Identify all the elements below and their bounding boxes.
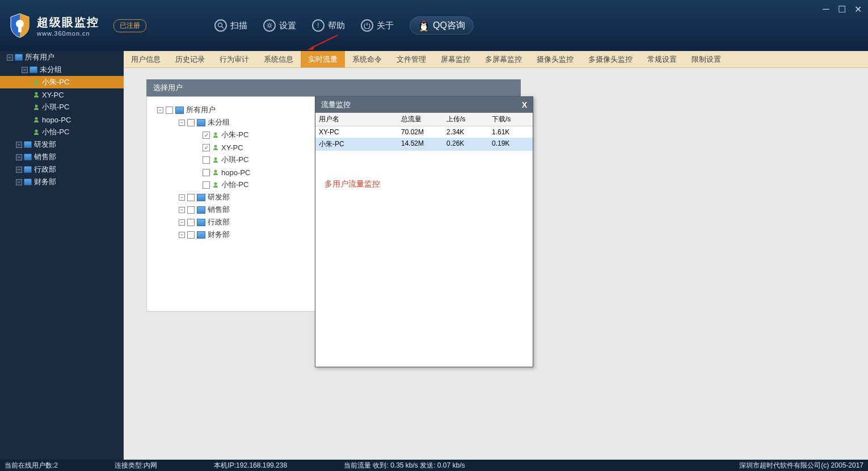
- sidebar-root[interactable]: − 所有用户: [0, 51, 124, 63]
- sidebar-user-label: XY-PC: [42, 91, 64, 99]
- checkbox[interactable]: [166, 107, 173, 114]
- svg-rect-1: [18, 27, 22, 32]
- checkbox[interactable]: ✓: [203, 131, 210, 139]
- sidebar-user-item[interactable]: hopo-PC: [0, 113, 124, 126]
- table-row[interactable]: 小朱-PC14.52M0.26K0.19K: [315, 138, 533, 151]
- tab-item[interactable]: 系统信息: [256, 51, 301, 67]
- tab-item[interactable]: 常规设置: [640, 51, 684, 67]
- cell-user: 小朱-PC: [315, 138, 398, 151]
- sidebar-dept-label: 销售部: [34, 152, 56, 162]
- checkbox[interactable]: [203, 181, 210, 189]
- help-button[interactable]: ! 帮助: [312, 19, 345, 32]
- collapse-icon[interactable]: −: [179, 120, 185, 126]
- user-icon: [33, 104, 40, 111]
- monitor-icon: [15, 54, 23, 61]
- sidebar-ungrouped[interactable]: − 未分组: [0, 63, 124, 76]
- tab-item[interactable]: 实时流量: [301, 51, 345, 67]
- expand-icon[interactable]: −: [16, 154, 22, 160]
- monitor-icon: [30, 66, 37, 73]
- tree-dept-label: 行政部: [208, 217, 230, 227]
- tabbar: 用户信息历史记录行为审计系统信息实时流量系统命令文件管理屏幕监控多屏幕监控摄像头…: [124, 51, 868, 68]
- checkbox[interactable]: [187, 206, 195, 214]
- exclaim-icon: !: [312, 19, 325, 32]
- tab-item[interactable]: 行为审计: [212, 51, 256, 67]
- sidebar-dept-item[interactable]: −财务部: [0, 176, 124, 188]
- tab-item[interactable]: 历史记录: [168, 51, 212, 67]
- svg-point-17: [35, 92, 38, 95]
- about-button[interactable]: 关于: [361, 19, 394, 32]
- tab-item[interactable]: 屏幕监控: [433, 51, 478, 67]
- col-download[interactable]: 下载/s: [488, 113, 533, 126]
- sidebar-user-item[interactable]: 小怡-PC: [0, 126, 124, 138]
- monitor-icon: [175, 107, 184, 114]
- help-label: 帮助: [328, 20, 345, 31]
- col-upload[interactable]: 上传/s: [443, 113, 488, 126]
- svg-point-23: [214, 158, 217, 160]
- status-conn: 连接类型:内网: [115, 461, 157, 470]
- app-name-en: www.360mon.cn: [37, 30, 99, 37]
- dialog-close-button[interactable]: X: [522, 100, 527, 109]
- svg-line-14: [311, 35, 338, 48]
- table-row[interactable]: XY-PC70.02M2.34K1.61K: [315, 126, 533, 138]
- maximize-button[interactable]: ☐: [837, 5, 846, 14]
- settings-button[interactable]: 设置: [263, 19, 296, 32]
- tree-root-label: 所有用户: [186, 105, 216, 115]
- tab-item[interactable]: 用户信息: [124, 51, 168, 67]
- checkbox[interactable]: [187, 194, 195, 201]
- tab-item[interactable]: 多摄像头监控: [581, 51, 640, 67]
- tab-item[interactable]: 多屏幕监控: [478, 51, 529, 67]
- svg-point-18: [35, 105, 38, 108]
- cell-download: 1.61K: [488, 126, 533, 138]
- sidebar-user-item[interactable]: 小琪-PC: [0, 101, 124, 113]
- monitor-icon: [24, 179, 32, 185]
- tab-item[interactable]: 系统命令: [345, 51, 389, 67]
- user-icon: [212, 156, 219, 163]
- scan-button[interactable]: 扫描: [214, 19, 247, 32]
- sidebar-user-item[interactable]: 小朱-PC: [0, 76, 124, 88]
- checkbox[interactable]: [187, 119, 195, 126]
- monitor-icon: [197, 119, 205, 126]
- sidebar-dept-item[interactable]: −行政部: [0, 163, 124, 176]
- collapse-icon[interactable]: −: [22, 67, 28, 73]
- tree-user-label: 小怡-PC: [221, 180, 248, 190]
- qq-consult-button[interactable]: QQ咨询: [410, 16, 474, 35]
- sidebar-user-item[interactable]: XY-PC: [0, 88, 124, 101]
- tree-user-label: 小琪-PC: [221, 155, 248, 165]
- svg-point-24: [214, 170, 217, 173]
- tab-item[interactable]: 限制设置: [684, 51, 728, 67]
- checkbox[interactable]: ✓: [203, 144, 210, 151]
- expand-icon[interactable]: −: [179, 207, 185, 213]
- checkbox[interactable]: [203, 169, 210, 176]
- user-icon: [212, 131, 219, 138]
- tab-item[interactable]: 摄像头监控: [529, 51, 581, 67]
- checkbox[interactable]: [203, 156, 210, 164]
- svg-point-12: [420, 30, 423, 31]
- minimize-button[interactable]: ─: [821, 5, 831, 14]
- expand-icon[interactable]: −: [179, 219, 185, 226]
- svg-marker-15: [307, 45, 314, 50]
- expand-icon[interactable]: −: [16, 179, 22, 185]
- sidebar-dept-item[interactable]: −研发部: [0, 138, 124, 151]
- sidebar-dept-item[interactable]: −销售部: [0, 151, 124, 163]
- registration-badge: 已注册: [113, 19, 146, 32]
- expand-icon[interactable]: −: [179, 194, 185, 201]
- status-online: 当前在线用户数:2: [5, 461, 58, 470]
- tab-item[interactable]: 文件管理: [389, 51, 433, 67]
- collapse-icon[interactable]: −: [157, 107, 163, 113]
- collapse-icon[interactable]: −: [7, 54, 13, 61]
- expand-icon[interactable]: −: [179, 232, 185, 238]
- checkbox[interactable]: [187, 219, 195, 226]
- monitor-icon: [197, 219, 205, 226]
- window-controls: ─ ☐ ✕: [821, 5, 862, 14]
- close-button[interactable]: ✕: [853, 5, 862, 14]
- expand-icon[interactable]: −: [16, 167, 22, 173]
- expand-icon[interactable]: −: [16, 142, 22, 148]
- dialog-header[interactable]: 流量监控 X: [315, 97, 533, 113]
- tree-dept-label: 研发部: [208, 192, 230, 202]
- checkbox[interactable]: [187, 231, 195, 239]
- qq-penguin-icon: [418, 19, 429, 32]
- col-user[interactable]: 用户名: [315, 113, 398, 126]
- status-traffic: 当前流量 收到: 0.35 kb/s 发送: 0.07 kb/s: [344, 461, 465, 470]
- col-total[interactable]: 总流量: [398, 113, 443, 126]
- app-name-cn: 超级眼监控: [37, 15, 99, 30]
